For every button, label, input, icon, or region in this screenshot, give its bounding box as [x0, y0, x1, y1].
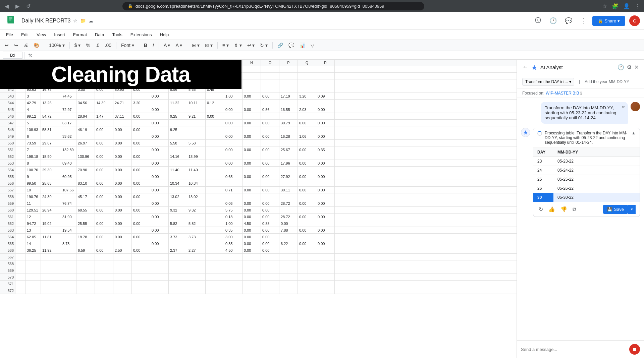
- cell[interactable]: 0.00: [316, 214, 335, 220]
- cell[interactable]: [187, 254, 206, 260]
- cell[interactable]: 0.00: [113, 153, 132, 160]
- cell[interactable]: [25, 281, 41, 287]
- cell[interactable]: [15, 260, 25, 267]
- cell[interactable]: [279, 100, 298, 106]
- cell[interactable]: 0.35: [224, 227, 243, 233]
- cell[interactable]: 0.00: [261, 146, 279, 153]
- cell[interactable]: 0.00: [316, 200, 335, 206]
- cell[interactable]: [15, 173, 25, 180]
- cell[interactable]: [95, 120, 113, 126]
- cell[interactable]: [95, 214, 113, 220]
- cell[interactable]: [169, 214, 187, 220]
- cell[interactable]: 0.00: [113, 220, 132, 227]
- cell[interactable]: [335, 207, 353, 213]
- cell[interactable]: 11.22: [169, 100, 187, 106]
- cell[interactable]: [243, 254, 261, 260]
- cell[interactable]: 13.02: [187, 193, 206, 200]
- regenerate-btn[interactable]: ↻: [537, 205, 544, 214]
- cell[interactable]: [132, 187, 150, 193]
- cell[interactable]: 0.00: [261, 227, 279, 233]
- cell[interactable]: 10.34: [187, 180, 206, 186]
- cell[interactable]: 0.88: [261, 220, 279, 227]
- cell[interactable]: 19.54: [61, 227, 76, 233]
- cell[interactable]: [132, 227, 150, 233]
- cell[interactable]: [224, 126, 243, 133]
- cell[interactable]: [150, 274, 169, 280]
- cell[interactable]: 0.00: [316, 160, 335, 166]
- cell[interactable]: 18.78: [76, 234, 95, 240]
- cell[interactable]: [279, 79, 298, 86]
- cell[interactable]: 0.00: [113, 140, 132, 146]
- cell[interactable]: 0.00: [150, 214, 169, 220]
- cell[interactable]: [224, 193, 243, 200]
- cell[interactable]: 0.00: [95, 234, 113, 240]
- cell[interactable]: 0.00: [243, 227, 261, 233]
- cell[interactable]: [316, 73, 335, 79]
- cell[interactable]: 3.20: [298, 93, 316, 99]
- cell[interactable]: [132, 240, 150, 247]
- cell[interactable]: 60.95: [61, 173, 76, 180]
- cell[interactable]: [224, 267, 243, 274]
- chart-btn[interactable]: 📊: [298, 41, 307, 49]
- align-btn[interactable]: ≡ ▾: [220, 41, 231, 49]
- cell[interactable]: 0.00: [261, 247, 279, 253]
- cell[interactable]: [261, 281, 279, 287]
- cell[interactable]: [150, 281, 169, 287]
- cell[interactable]: [15, 120, 25, 126]
- cell[interactable]: [187, 93, 206, 99]
- cell[interactable]: [261, 100, 279, 106]
- cell[interactable]: [150, 113, 169, 119]
- cell[interactable]: 0.00: [113, 126, 132, 133]
- cell[interactable]: [206, 274, 224, 280]
- ai-close-btn[interactable]: ✕: [634, 64, 639, 70]
- cell[interactable]: [298, 140, 316, 146]
- cell[interactable]: [15, 214, 25, 220]
- cell[interactable]: [298, 207, 316, 213]
- cell[interactable]: [187, 146, 206, 153]
- cell[interactable]: [206, 220, 224, 227]
- cell[interactable]: [61, 267, 76, 274]
- cell[interactable]: [335, 140, 353, 146]
- cell[interactable]: [335, 267, 353, 274]
- cell[interactable]: 100.70: [25, 167, 41, 173]
- cell[interactable]: [316, 167, 335, 173]
- cell[interactable]: [298, 260, 316, 267]
- cell[interactable]: 0.00: [132, 113, 150, 119]
- cell[interactable]: [335, 106, 353, 113]
- cell[interactable]: [335, 133, 353, 139]
- cell[interactable]: [15, 247, 25, 253]
- cell[interactable]: [150, 126, 169, 133]
- cell[interactable]: [261, 167, 279, 173]
- cell[interactable]: [298, 287, 316, 294]
- cell[interactable]: [279, 274, 298, 280]
- cell[interactable]: 0.00: [243, 146, 261, 153]
- cell[interactable]: 9: [25, 173, 41, 180]
- cell[interactable]: 0.00: [316, 187, 335, 193]
- cell[interactable]: 4.50: [224, 247, 243, 253]
- cell[interactable]: [261, 267, 279, 274]
- cell[interactable]: [206, 160, 224, 166]
- cell[interactable]: [132, 133, 150, 139]
- cell[interactable]: [169, 173, 187, 180]
- cell[interactable]: [335, 247, 353, 253]
- cell[interactable]: 13: [25, 227, 41, 233]
- cell[interactable]: [25, 260, 41, 267]
- cell[interactable]: 99.12: [25, 113, 41, 119]
- cell[interactable]: [76, 281, 95, 287]
- cell[interactable]: [61, 167, 76, 173]
- cell[interactable]: [15, 146, 25, 153]
- cell[interactable]: 0.00: [298, 240, 316, 247]
- cell[interactable]: [132, 120, 150, 126]
- cell[interactable]: [224, 287, 243, 294]
- cell[interactable]: [279, 234, 298, 240]
- cell[interactable]: 0.00: [261, 234, 279, 240]
- cell[interactable]: [261, 274, 279, 280]
- cell[interactable]: 0.56: [261, 106, 279, 113]
- menu-icon[interactable]: ⋮: [633, 2, 641, 11]
- cell[interactable]: 0.18: [224, 214, 243, 220]
- cell[interactable]: 0.35: [224, 240, 243, 247]
- cell[interactable]: [243, 126, 261, 133]
- cell[interactable]: 0.00: [243, 160, 261, 166]
- filter-btn[interactable]: ▽: [309, 41, 316, 49]
- cell[interactable]: [298, 267, 316, 274]
